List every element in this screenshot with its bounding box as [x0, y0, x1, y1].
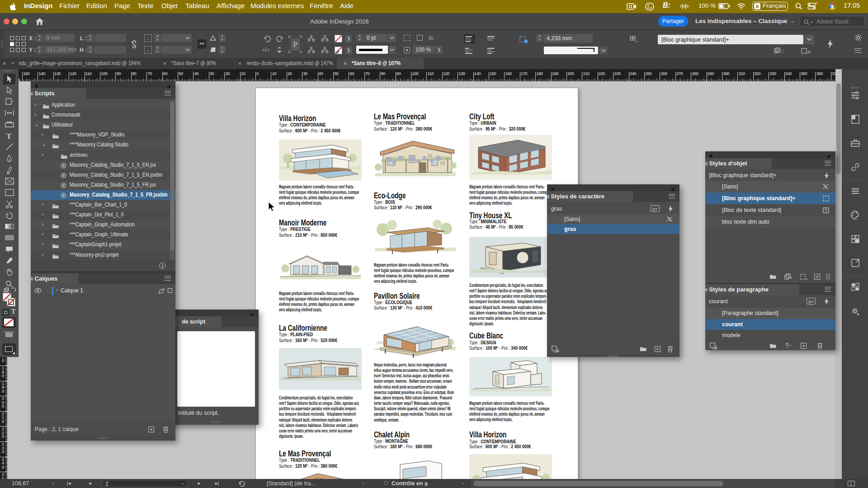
svg-text:P: P [293, 41, 297, 48]
